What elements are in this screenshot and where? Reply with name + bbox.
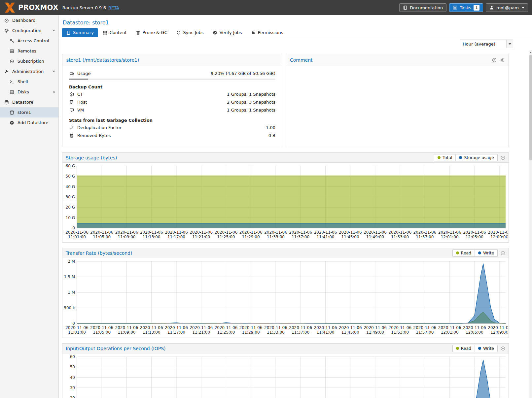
user-menu-button[interactable]: root@pam — [486, 3, 528, 12]
sidebar-item-shell[interactable]: Shell — [0, 77, 58, 87]
legend-dot — [478, 347, 481, 350]
chevron-down-icon — [509, 43, 511, 45]
tab-prune-gc[interactable]: Prune & GC — [132, 28, 171, 37]
svg-text:20 G: 20 G — [66, 205, 75, 210]
compress-icon — [69, 125, 74, 130]
chart-panel-transfer-rate-bytes-second: Transfer Rate (bytes/second)ReadWrite050… — [62, 248, 509, 338]
edit-comment-icon[interactable] — [492, 58, 497, 62]
svg-text:2020-11-06: 2020-11-06 — [289, 325, 312, 330]
check-circle-icon — [213, 30, 217, 35]
vertical-scrollbar[interactable] — [529, 50, 532, 398]
legend-item-read[interactable]: Read — [453, 345, 475, 352]
legend-dot — [438, 156, 441, 159]
documentation-button[interactable]: Documentation — [399, 3, 446, 12]
svg-text:2020-11-06: 2020-11-06 — [339, 325, 362, 330]
legend-label: Write — [483, 250, 494, 255]
svg-text:11:21:00: 11:21:00 — [192, 330, 210, 335]
legend-dot — [456, 251, 459, 254]
sidebar-item-store1[interactable]: store1 — [0, 107, 58, 117]
svg-text:2020-11-06: 2020-11-06 — [438, 230, 461, 235]
gc-stat-row: Removed Bytes0 B — [69, 133, 275, 139]
tab-sync-jobs[interactable]: Sync Jobs — [172, 28, 208, 37]
legend-item-total[interactable]: Total — [434, 154, 455, 161]
collapse-panel-icon[interactable] — [501, 251, 505, 255]
usage-label: Usage — [77, 71, 91, 77]
svg-text:2020-11-06: 2020-11-06 — [413, 325, 437, 330]
book-icon — [66, 30, 71, 35]
svg-text:2020-11-06: 2020-11-06 — [264, 230, 287, 235]
sidebar-item-disks[interactable]: Disks — [0, 87, 58, 97]
status-panel-header: store1 (/mnt/datastores/store1) — [62, 54, 282, 66]
time-range-select[interactable]: Hour (average) — [460, 40, 513, 48]
settings-gear-icon[interactable] — [500, 58, 505, 62]
sidebar-item-label: Shell — [18, 79, 28, 84]
svg-text:40 G: 40 G — [66, 184, 75, 189]
documentation-label: Documentation — [410, 5, 443, 10]
sidebar-item-label: Subscription — [18, 59, 44, 64]
collapse-panel-icon[interactable] — [501, 346, 505, 351]
sidebar-item-label: Administration — [12, 69, 44, 74]
sidebar-item-subscription[interactable]: Subscription — [0, 56, 58, 66]
tasks-button[interactable]: Tasks 1 — [449, 3, 483, 12]
svg-text:11:29:00: 11:29:00 — [242, 235, 260, 239]
chart-header: Transfer Rate (bytes/second)ReadWrite — [62, 248, 509, 258]
svg-text:12:09:00: 12:09:00 — [490, 235, 508, 239]
svg-text:500 k: 500 k — [64, 306, 75, 310]
legend-item-write[interactable]: Write — [475, 250, 497, 256]
scrollbar-up-arrow-icon[interactable] — [529, 50, 532, 54]
svg-text:2020-11-06: 2020-11-06 — [388, 230, 411, 235]
gc-stat-row: Deduplication Factor1.00 — [69, 125, 275, 131]
tab-content[interactable]: Content — [99, 28, 131, 37]
user-icon — [489, 5, 494, 10]
sidebar-item-remotes[interactable]: Remotes — [0, 46, 58, 56]
svg-text:2020-11-06: 2020-11-06 — [339, 230, 362, 235]
sidebar-item-datastore[interactable]: Datastore — [0, 97, 58, 107]
svg-text:2020-11-06: 2020-11-06 — [364, 325, 387, 330]
sidebar-item-add-datastore[interactable]: Add Datastore — [0, 117, 58, 128]
disks-icon — [9, 90, 15, 94]
combo-trigger[interactable] — [506, 40, 513, 48]
svg-text:2020-11-06: 2020-11-06 — [314, 230, 337, 235]
svg-text:2020-11-06: 2020-11-06 — [190, 325, 213, 330]
brand-name: PROXMOX — [18, 4, 58, 12]
svg-text:2020-11-06: 2020-11-06 — [115, 230, 138, 235]
backup-count-row: Host2 Groups, 3 Snapshots — [69, 99, 275, 105]
chart-legend: ReadWrite — [452, 249, 498, 257]
legend-label: Total — [443, 155, 452, 160]
caret-down-icon — [53, 71, 55, 72]
sidebar-item-access-control[interactable]: Access Control — [0, 36, 58, 46]
svg-text:11:17:00: 11:17:00 — [167, 330, 185, 335]
svg-text:60: 60 — [70, 355, 75, 359]
tab-summary[interactable]: Summary — [62, 28, 98, 37]
svg-text:2020-11-06: 2020-11-06 — [190, 230, 213, 235]
svg-text:11:53:00: 11:53:00 — [391, 330, 409, 335]
svg-text:11:49:00: 11:49:00 — [366, 330, 384, 335]
legend-item-read[interactable]: Read — [453, 250, 475, 256]
legend-item-storage-usage[interactable]: Storage usage — [455, 154, 497, 161]
usage-row: Usage 9.23% (4.67 GiB of 50.56 GiB) — [69, 71, 275, 77]
sidebar-item-configuration[interactable]: Configuration — [0, 25, 58, 36]
main-area: Datastore: store1 SummaryContentPrune & … — [59, 15, 532, 398]
chart-title: Transfer Rate (bytes/second) — [66, 250, 132, 256]
sidebar-item-administration[interactable]: Administration — [0, 66, 58, 77]
backup-count-row: CT1 Groups, 1 Snapshots — [69, 91, 275, 97]
book-icon — [403, 5, 408, 10]
content-area: store1 (/mnt/datastores/store1) Usage 9.… — [59, 50, 532, 398]
scrollbar-thumb[interactable] — [529, 55, 532, 160]
svg-text:2020-11-06: 2020-11-06 — [364, 230, 387, 235]
database-icon — [9, 110, 15, 115]
sidebar-item-dashboard[interactable]: Dashboard — [0, 15, 58, 25]
legend-item-write[interactable]: Write — [475, 345, 497, 352]
beta-link[interactable]: BETA — [108, 5, 119, 10]
svg-text:2020-11-06: 2020-11-06 — [239, 230, 263, 235]
cube-icon — [69, 92, 74, 97]
tab-label: Permissions — [258, 30, 283, 35]
database-icon — [4, 100, 9, 105]
collapse-panel-icon[interactable] — [501, 155, 505, 160]
svg-text:60 G: 60 G — [66, 164, 75, 168]
svg-text:50: 50 — [70, 365, 75, 369]
tab-verify-jobs[interactable]: Verify Jobs — [209, 28, 246, 37]
toolbar: Hour (average) — [59, 37, 532, 50]
tab-permissions[interactable]: Permissions — [247, 28, 287, 37]
grid-icon — [103, 30, 107, 35]
